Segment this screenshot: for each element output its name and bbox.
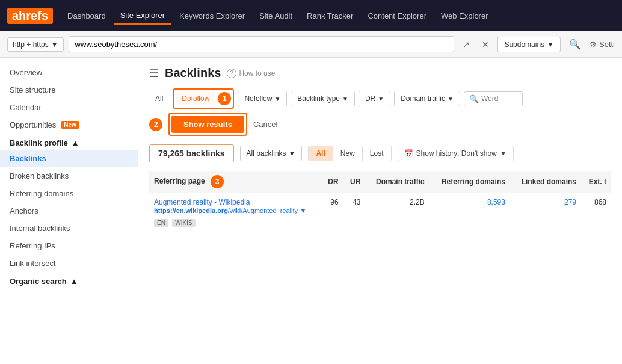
toggle-new-button[interactable]: New <box>333 146 363 161</box>
toggle-all-button[interactable]: All <box>309 146 333 161</box>
chevron-down-icon: ▼ <box>448 96 454 102</box>
col-dr: DR <box>321 171 343 193</box>
sidebar-item-site-structure[interactable]: Site structure <box>0 81 138 99</box>
col-referring-domains: Referring domains <box>430 171 510 193</box>
filter-backlink-type-button[interactable]: Backlink type ▼ <box>291 91 355 106</box>
filter-nofollow-button[interactable]: Nofollow ▼ <box>238 91 287 106</box>
word-search-box: 🔍 <box>464 91 523 106</box>
filter-dr-button[interactable]: DR ▼ <box>359 91 390 106</box>
search-button[interactable]: 🔍 <box>565 36 585 52</box>
col-domain-traffic: Domain traffic <box>365 171 429 193</box>
backlinks-table: Referring page 3 DR UR Domain traffic Re… <box>149 171 611 232</box>
sidebar-item-calendar[interactable]: Calendar <box>0 99 138 116</box>
cell-dr: 96 <box>321 193 343 232</box>
dropdown-arrow[interactable]: ▼ <box>300 206 307 215</box>
hamburger-icon[interactable]: ☰ <box>149 67 159 80</box>
external-link-icon[interactable]: ↗ <box>459 37 473 52</box>
col-ext: Ext. t <box>581 171 611 193</box>
gear-icon: ⚙ <box>590 40 597 49</box>
close-icon[interactable]: ✕ <box>478 37 493 52</box>
type-badge: WIKIS <box>172 219 195 227</box>
results-bar: 79,265 backlinks All backlinks ▼ All New… <box>149 144 611 162</box>
new-badge: New <box>61 121 79 129</box>
nav-rank-tracker[interactable]: Rank Tracker <box>301 8 359 24</box>
col-linked-domains: Linked domains <box>510 171 581 193</box>
sidebar-item-overview[interactable]: Overview <box>0 64 138 81</box>
nav-web-explorer[interactable]: Web Explorer <box>435 8 494 24</box>
sidebar-item-anchors[interactable]: Anchors <box>0 202 138 220</box>
cancel-button[interactable]: Cancel <box>253 120 277 129</box>
content-area: ☰ Backlinks ? How to use All Dofollow 1 … <box>138 58 622 364</box>
show-history-button[interactable]: 📅 Show history: Don't show ▼ <box>398 146 514 161</box>
sidebar: Overview Site structure Calendar Opportu… <box>0 58 138 364</box>
nav-dashboard[interactable]: Dashboard <box>61 8 112 24</box>
subdomains-button[interactable]: Subdomains ▼ <box>497 37 561 52</box>
settings-button[interactable]: ⚙ Setti <box>590 40 615 49</box>
help-circle-icon: ? <box>227 69 236 78</box>
page-header: ☰ Backlinks ? How to use <box>149 66 611 80</box>
annotation-badge-1: 1 <box>218 92 231 105</box>
lang-badge: EN <box>154 219 168 227</box>
filter-domain-traffic-button[interactable]: Domain traffic ▼ <box>394 91 460 106</box>
results-count: 79,265 backlinks <box>149 144 234 162</box>
referring-domains-link[interactable]: 8,593 <box>487 198 505 206</box>
dofollow-annotated: Dofollow 1 <box>173 88 234 109</box>
table-header-row: Referring page 3 DR UR Domain traffic Re… <box>149 171 611 193</box>
annotation-badge-3: 3 <box>211 175 224 188</box>
sidebar-item-backlinks[interactable]: Backlinks <box>0 150 138 167</box>
logo[interactable]: ahrefs <box>7 8 53 24</box>
chevron-down-icon: ▼ <box>51 40 58 49</box>
filter-all-button[interactable]: All <box>149 91 169 106</box>
url-input[interactable] <box>69 36 455 52</box>
chevron-up-icon: ▲ <box>70 277 78 286</box>
page-url: https://en.wikipedia.org/wiki/Augmented_… <box>154 207 300 214</box>
filter-bar: All Dofollow 1 Nofollow ▼ Backlink type … <box>149 88 611 109</box>
search-icon: 🔍 <box>469 94 479 103</box>
sidebar-item-referring-domains[interactable]: Referring domains <box>0 185 138 202</box>
chevron-down-icon: ▼ <box>289 149 296 158</box>
chevron-down-icon: ▼ <box>500 149 507 158</box>
col-referring-page: Referring page 3 <box>149 171 321 193</box>
chevron-down-icon: ▼ <box>547 40 554 49</box>
sidebar-item-link-intersect[interactable]: Link intersect <box>0 254 138 272</box>
sidebar-item-broken-backlinks[interactable]: Broken backlinks <box>0 167 138 185</box>
cell-ur: 43 <box>343 193 366 232</box>
nav-site-explorer[interactable]: Site Explorer <box>114 7 171 25</box>
table-row: Augmented reality - Wikipedia https://en… <box>149 193 611 232</box>
cell-referring-domains: 8,593 <box>430 193 510 232</box>
word-input[interactable] <box>481 94 517 103</box>
toggle-lost-button[interactable]: Lost <box>363 146 391 161</box>
chevron-down-icon: ▼ <box>342 96 348 102</box>
action-row: 2 Show results Cancel <box>149 113 611 136</box>
nav-keywords-explorer[interactable]: Keywords Explorer <box>173 8 251 24</box>
calendar-icon: 📅 <box>404 149 413 158</box>
help-link[interactable]: ? How to use <box>227 69 275 78</box>
sidebar-item-opportunities[interactable]: Opportunities New <box>0 116 138 134</box>
cell-linked-domains: 279 <box>510 193 581 232</box>
chevron-down-icon: ▼ <box>274 96 280 102</box>
sidebar-section-backlink-profile: Backlink profile ▲ <box>0 134 138 150</box>
linked-domains-link[interactable]: 279 <box>564 198 576 206</box>
col-ur: UR <box>343 171 366 193</box>
cell-ext: 868 <box>581 193 611 232</box>
url-bar: http + https ▼ ↗ ✕ Subdomains ▼ 🔍 ⚙ Sett… <box>0 31 622 58</box>
chevron-up-icon: ▲ <box>72 138 79 147</box>
annotation-badge-2: 2 <box>149 118 162 131</box>
protocol-select[interactable]: http + https ▼ <box>7 37 64 52</box>
backlink-toggle-group: All New Lost <box>308 146 391 161</box>
sidebar-section-organic-search: Organic search ▲ <box>0 272 138 288</box>
filter-dofollow-button[interactable]: Dofollow <box>176 91 215 106</box>
sidebar-item-referring-ips[interactable]: Referring IPs <box>0 237 138 254</box>
chevron-down-icon: ▼ <box>378 96 384 102</box>
nav-site-audit[interactable]: Site Audit <box>253 8 298 24</box>
sidebar-item-internal-backlinks[interactable]: Internal backlinks <box>0 220 138 237</box>
cell-domain-traffic: 2.2B <box>365 193 429 232</box>
page-title-link[interactable]: Augmented reality - Wikipedia <box>154 198 250 206</box>
cell-referring-page: Augmented reality - Wikipedia https://en… <box>149 193 321 232</box>
top-navigation: ahrefs Dashboard Site Explorer Keywords … <box>0 0 622 31</box>
nav-content-explorer[interactable]: Content Explorer <box>362 8 433 24</box>
page-title: Backlinks <box>165 66 221 80</box>
show-results-button[interactable]: Show results <box>171 116 244 133</box>
main-layout: Overview Site structure Calendar Opportu… <box>0 58 622 364</box>
all-backlinks-button[interactable]: All backlinks ▼ <box>240 146 303 161</box>
